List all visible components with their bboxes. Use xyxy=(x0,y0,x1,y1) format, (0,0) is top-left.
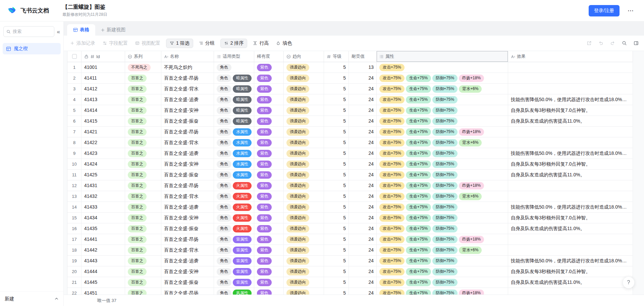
cell-series[interactable]: 百首之 xyxy=(125,234,161,245)
cell-rarity[interactable]: 紫色 xyxy=(254,202,284,212)
cell-level[interactable]: 5 xyxy=(324,256,349,266)
cell-series[interactable]: 百首之 xyxy=(125,148,161,159)
cell-tolerance[interactable]: 24 xyxy=(349,256,377,266)
cell-rarity[interactable]: 紫色 xyxy=(254,116,284,126)
cell-id[interactable]: 41441 xyxy=(82,234,125,245)
cell-types[interactable]: 角色火属性 xyxy=(214,202,254,212)
cell-level[interactable]: 5 xyxy=(324,202,349,212)
cell-id[interactable]: 41434 xyxy=(82,213,125,223)
cell-effect[interactable] xyxy=(508,245,633,255)
cell-trend[interactable]: 强袭趋向 xyxy=(284,159,324,169)
cell-level[interactable]: 5 xyxy=(324,245,349,255)
cell-num[interactable]: 5 xyxy=(67,105,82,116)
cell-level[interactable]: 5 xyxy=(324,84,349,94)
cell-level[interactable]: 5 xyxy=(324,73,349,83)
cell-num[interactable]: 15 xyxy=(67,213,82,223)
cell-name[interactable]: 百首之全盛·昂扬 xyxy=(161,234,214,245)
column-header-level[interactable]: 等级 xyxy=(324,51,349,62)
cell-tolerance[interactable]: 24 xyxy=(349,84,377,94)
cell-level[interactable]: 5 xyxy=(324,266,349,277)
cell-id[interactable]: 41431 xyxy=(82,180,125,191)
cell-name[interactable]: 百首之全盛·振奋 xyxy=(161,116,214,126)
undo-icon[interactable] xyxy=(598,41,603,46)
cell-level[interactable]: 5 xyxy=(324,191,349,202)
cell-num[interactable]: 19 xyxy=(67,256,82,266)
column-header-num[interactable] xyxy=(67,51,82,62)
cell-id[interactable]: 41451 xyxy=(82,288,125,295)
cell-name[interactable]: 百首之全盛·振奋 xyxy=(161,277,214,288)
cell-name[interactable]: 不死鸟之炽灼 xyxy=(161,62,214,73)
brand[interactable]: 飞书云文档 xyxy=(7,5,49,16)
cell-num[interactable]: 6 xyxy=(67,116,82,126)
cell-attrs[interactable]: 攻击+75%生命+75%防御+75% xyxy=(377,105,508,116)
cell-types[interactable]: 角色水属性 xyxy=(214,127,254,137)
cell-num[interactable]: 14 xyxy=(67,202,82,212)
cell-rarity[interactable]: 紫色 xyxy=(254,62,284,73)
cell-tolerance[interactable]: 24 xyxy=(349,116,377,126)
cell-trend[interactable]: 强袭趋向 xyxy=(284,73,324,83)
cell-types[interactable]: 角色水属性 xyxy=(214,137,254,148)
cell-name[interactable]: 百首之全盛·昂扬 xyxy=(161,288,214,295)
cell-id[interactable]: 41424 xyxy=(82,159,125,169)
fill-color-button[interactable]: 填色 xyxy=(273,39,295,48)
cell-types[interactable]: 角色暗属性 xyxy=(214,84,254,94)
cell-types[interactable]: 角色暗属性 xyxy=(214,105,254,116)
cell-tolerance[interactable]: 24 xyxy=(349,245,377,255)
redo-icon[interactable] xyxy=(610,41,615,46)
column-header-name[interactable]: 名称 xyxy=(161,51,214,62)
cell-name[interactable]: 百首之全盛·追袭 xyxy=(161,202,214,212)
cell-attrs[interactable]: 攻击+75%生命+75%防御+75% xyxy=(377,277,508,288)
cell-rarity[interactable]: 紫色 xyxy=(254,94,284,105)
cell-effect[interactable] xyxy=(508,191,633,202)
cell-types[interactable]: 角色水属性 xyxy=(214,148,254,159)
cell-series[interactable]: 百首之 xyxy=(125,73,161,83)
cell-num[interactable]: 22 xyxy=(67,288,82,295)
cell-attrs[interactable]: 攻击+75%生命+75%防御+75% xyxy=(377,159,508,169)
cell-num[interactable]: 1 xyxy=(67,62,82,73)
cell-series[interactable]: 百首之 xyxy=(125,180,161,191)
cell-level[interactable]: 5 xyxy=(324,148,349,159)
field-config-button[interactable]: 字段配置 xyxy=(100,39,131,48)
cell-tolerance[interactable]: 24 xyxy=(349,213,377,223)
cell-num[interactable]: 13 xyxy=(67,191,82,202)
cell-attrs[interactable]: 攻击+75% xyxy=(377,62,508,73)
cell-id[interactable]: 41444 xyxy=(82,266,125,277)
cell-series[interactable]: 百首之 xyxy=(125,288,161,295)
cell-num[interactable]: 7 xyxy=(67,127,82,137)
cell-attrs[interactable]: 攻击+75%生命+75%防御+75% xyxy=(377,223,508,234)
cell-attrs[interactable]: 攻击+75%生命+75%防御+75% xyxy=(377,94,508,105)
cell-types[interactable]: 角色雷属性 xyxy=(214,234,254,245)
cell-name[interactable]: 百首之全盛·追袭 xyxy=(161,256,214,266)
cell-num[interactable]: 11 xyxy=(67,170,82,180)
cell-rarity[interactable]: 紫色 xyxy=(254,234,284,245)
cell-level[interactable]: 5 xyxy=(324,277,349,288)
cell-level[interactable]: 5 xyxy=(324,288,349,295)
cell-level[interactable]: 5 xyxy=(324,234,349,245)
column-header-series[interactable]: 系列 xyxy=(125,51,161,62)
column-header-id[interactable]: Id xyxy=(82,51,125,62)
cell-id[interactable]: 41415 xyxy=(82,116,125,126)
cell-num[interactable]: 17 xyxy=(67,234,82,245)
cell-trend[interactable]: 强袭趋向 xyxy=(284,266,324,277)
cell-name[interactable]: 百首之全盛·安神 xyxy=(161,159,214,169)
cell-num[interactable]: 16 xyxy=(67,223,82,234)
cell-rarity[interactable]: 紫色 xyxy=(254,84,284,94)
collapse-sidebar-icon[interactable]: « xyxy=(57,29,60,35)
column-header-trend[interactable]: 趋向 xyxy=(284,51,324,62)
cell-types[interactable]: 角色雷属性 xyxy=(214,266,254,277)
cell-id[interactable]: 41445 xyxy=(82,277,125,288)
cell-series[interactable]: 百首之 xyxy=(125,105,161,116)
cell-id[interactable]: 41435 xyxy=(82,223,125,234)
cell-types[interactable]: 角色火属性 xyxy=(214,213,254,223)
cell-effect[interactable]: 技能伤害降低50.0%，使用武器进行攻击时造成18.0%同... xyxy=(508,94,633,105)
cell-name[interactable]: 百首之全盛·追袭 xyxy=(161,148,214,159)
cell-types[interactable]: 角色暗属性 xyxy=(214,94,254,105)
cell-level[interactable]: 5 xyxy=(324,213,349,223)
cell-attrs[interactable]: 攻击+75%生命+75%防御+75%昂扬+18% xyxy=(377,73,508,83)
cell-id[interactable]: 41432 xyxy=(82,191,125,202)
cell-rarity[interactable]: 紫色 xyxy=(254,180,284,191)
cell-name[interactable]: 百首之全盛·昂扬 xyxy=(161,73,214,83)
cell-effect[interactable]: 自身及队友每3秒额外回复7.0点神智。 xyxy=(508,105,633,116)
row-height-button[interactable]: 行高 xyxy=(250,39,272,48)
cell-effect[interactable]: 自身及队友每3秒额外回复7.0点神智。 xyxy=(508,213,633,223)
